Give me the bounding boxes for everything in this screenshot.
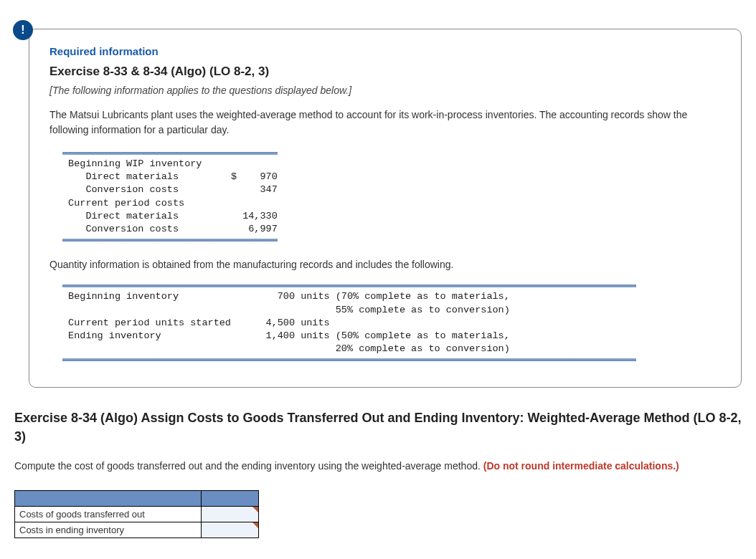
exercise-8-34-title: Exercise 8-34 (Algo) Assign Costs to Goo… xyxy=(14,409,742,445)
table-header-row xyxy=(15,490,259,506)
exercise-8-34-section: Exercise 8-34 (Algo) Assign Costs to Goo… xyxy=(14,409,742,538)
compute-instruction: Compute the cost of goods transferred ou… xyxy=(14,460,742,472)
header-cell-blank-1 xyxy=(15,490,202,506)
cost-data-block: Beginning WIP inventory Direct materials… xyxy=(62,152,721,242)
row1-input[interactable] xyxy=(202,506,259,522)
exercise-title: Exercise 8-33 & 8-34 (Algo) (LO 8-2, 3) xyxy=(49,64,721,79)
quantity-intro-text: Quantity information is obtained from th… xyxy=(49,259,721,270)
quantity-data-block: Beginning inventory 700 units (70% compl… xyxy=(62,285,721,361)
row2-input[interactable] xyxy=(202,522,259,538)
quantity-data-text: Beginning inventory 700 units (70% compl… xyxy=(62,290,721,355)
alert-icon: ! xyxy=(13,20,33,40)
required-info-label: Required information xyxy=(49,45,721,57)
input-marker-icon xyxy=(252,522,258,528)
block-bottom-border xyxy=(62,239,278,242)
following-note: [The following information applies to th… xyxy=(49,85,721,96)
row2-label: Costs in ending inventory xyxy=(15,522,202,538)
compute-text-warning: (Do not round intermediate calculations.… xyxy=(483,460,679,472)
table-row: Costs of goods transferred out xyxy=(15,506,259,522)
required-info-box: Required information Exercise 8-33 & 8-3… xyxy=(29,29,742,388)
cost-data-text: Beginning WIP inventory Direct materials… xyxy=(62,158,721,236)
answer-table: Costs of goods transferred out Costs in … xyxy=(14,490,259,538)
input-marker-icon xyxy=(252,507,258,512)
block-top-border xyxy=(62,285,636,287)
compute-text-main: Compute the cost of goods transferred ou… xyxy=(14,460,483,472)
table-row: Costs in ending inventory xyxy=(15,522,259,538)
row1-label: Costs of goods transferred out xyxy=(15,506,202,522)
problem-description: The Matsui Lubricants plant uses the wei… xyxy=(49,108,709,138)
header-cell-blank-2 xyxy=(202,490,259,506)
block-bottom-border xyxy=(62,358,636,361)
block-top-border xyxy=(62,152,278,155)
